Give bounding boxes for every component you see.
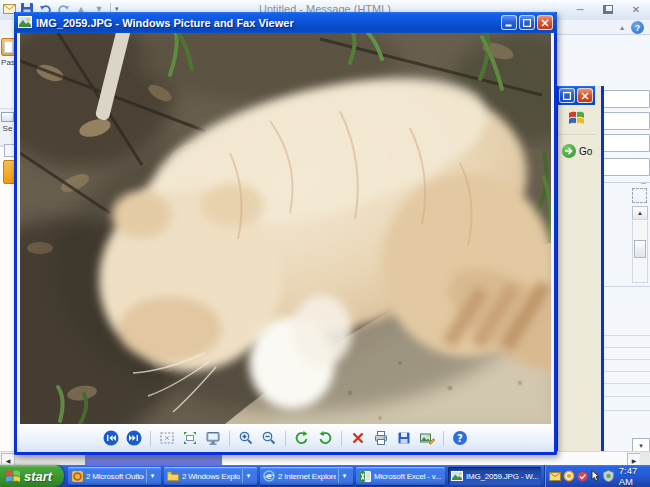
svg-text:?: ? — [457, 433, 463, 444]
taskbar-button-label: 2 Microsoft Outlook — [86, 472, 144, 481]
viewer-window-title: IMG_2059.JPG - Windows Picture and Fax V… — [36, 17, 501, 29]
help-button[interactable]: ? — [451, 429, 469, 447]
system-tray: 7:47 AM — [544, 465, 650, 487]
toolbar-separator — [285, 431, 286, 446]
send-icon — [1, 112, 14, 122]
divider — [598, 286, 650, 287]
start-label: start — [24, 469, 52, 484]
rotate-clockwise-button[interactable] — [293, 429, 311, 447]
go-button[interactable]: Go — [562, 144, 592, 158]
taskbar-button-explorer-group[interactable]: 2 Windows Explorer ▾ — [164, 467, 257, 485]
taskbar-button-ie-group[interactable]: e 2 Internet Explorer ▾ — [260, 467, 353, 485]
actual-size-button[interactable] — [181, 429, 199, 447]
print-button[interactable] — [372, 429, 390, 447]
taskbar-button-outlook-group[interactable]: 2 Microsoft Outlook ▾ — [68, 467, 161, 485]
list-row — [598, 360, 650, 370]
toolbar-separator — [443, 431, 444, 446]
row-divider — [598, 335, 650, 336]
toolbar-separator — [150, 431, 151, 446]
outlook-reminder-icon[interactable] — [563, 470, 575, 482]
pointer-device-icon[interactable] — [590, 470, 601, 482]
help-icon[interactable]: ? — [631, 21, 644, 34]
clock: 7:47 AM — [619, 465, 650, 487]
viewer-toolbar: ? — [17, 424, 554, 452]
folder-icon — [167, 470, 179, 482]
collapse-ribbon-icon[interactable]: ▴ — [620, 23, 624, 32]
go-label: Go — [579, 146, 592, 157]
row-divider — [598, 383, 650, 384]
row-divider — [598, 410, 650, 411]
group-expand-arrow[interactable]: ▾ — [242, 469, 254, 483]
scroll-up-button[interactable]: ▲ — [632, 206, 648, 220]
desktop: ▲ ▼ ▾ Untitled - Message (HTML) ─ ✕ ▴ ? … — [0, 0, 650, 487]
new-mail-icon[interactable] — [549, 470, 561, 482]
taskbar-button-excel[interactable]: Microsoft Excel - v... — [356, 467, 445, 485]
next-image-button[interactable] — [125, 429, 143, 447]
image-viewer-icon — [451, 470, 463, 482]
send-label: Se — [0, 124, 15, 133]
antivirus-icon[interactable] — [577, 470, 588, 482]
copy-to-button[interactable] — [395, 429, 413, 447]
rotate-counterclockwise-button[interactable] — [316, 429, 334, 447]
row-divider — [598, 371, 650, 372]
viewer-window-controls — [501, 15, 553, 30]
group-expand-arrow[interactable]: ▾ — [338, 469, 350, 483]
windows-flag-icon — [568, 110, 585, 129]
zoom-in-button[interactable] — [237, 429, 255, 447]
vertical-scrollbar[interactable] — [632, 219, 648, 283]
svg-text:e: e — [266, 472, 272, 481]
taskbar: start 2 Microsoft Outlook ▾ 2 Windows Ex… — [0, 465, 650, 487]
outlook-icon — [71, 470, 83, 482]
message-header-field[interactable] — [600, 112, 650, 130]
minimize-button[interactable]: ─ — [570, 2, 590, 16]
list-row — [598, 384, 650, 394]
close-button[interactable]: ✕ — [626, 2, 646, 16]
zoom-out-button[interactable] — [260, 429, 278, 447]
taskbar-button-label: 2 Windows Explorer — [182, 472, 240, 481]
internet-explorer-icon: e — [263, 470, 275, 482]
restore-icon — [603, 5, 613, 14]
viewer-app-icon — [18, 14, 32, 32]
edit-image-button[interactable] — [418, 429, 436, 447]
close-button[interactable] — [577, 88, 593, 103]
best-fit-button[interactable] — [158, 429, 176, 447]
row-divider — [598, 359, 650, 360]
delete-button[interactable] — [349, 429, 367, 447]
restore-button[interactable] — [598, 2, 618, 16]
vertical-scroll-thumb[interactable] — [634, 240, 646, 258]
pane-minimize-icon[interactable]: ─ — [641, 180, 646, 187]
message-body-sliver — [0, 146, 15, 487]
group-expand-arrow[interactable]: ▾ — [146, 469, 158, 483]
toolbar-divider — [558, 134, 595, 135]
row-divider — [598, 347, 650, 348]
taskbar-button-label: IMG_2059.JPG - W... — [466, 472, 538, 481]
slideshow-button[interactable] — [204, 429, 222, 447]
maximize-button[interactable] — [519, 15, 535, 30]
taskbar-button-label: Microsoft Excel - v... — [374, 472, 442, 481]
outlook-window-controls: ─ ✕ — [570, 2, 646, 16]
ribbon-corner-buttons: ▴ ? — [620, 21, 644, 34]
explorer-window-partial: Go — [555, 86, 604, 459]
toolbar-separator — [341, 431, 342, 446]
message-header-field[interactable] — [600, 158, 650, 176]
excel-icon — [359, 470, 371, 482]
close-button[interactable] — [537, 15, 553, 30]
security-update-icon[interactable] — [603, 470, 614, 482]
viewer-titlebar: IMG_2059.JPG - Windows Picture and Fax V… — [14, 12, 557, 33]
minimize-button[interactable] — [501, 15, 517, 30]
paste-label: Pas — [1, 58, 15, 67]
message-header-sliver: ─ ▲ ▾ ▶ — [598, 86, 650, 456]
explorer-titlebar — [558, 86, 595, 105]
message-header-field[interactable] — [600, 90, 650, 108]
previous-image-button[interactable] — [102, 429, 120, 447]
maximize-button[interactable] — [559, 88, 575, 103]
go-arrow-icon — [562, 144, 576, 158]
start-button[interactable]: start — [0, 465, 64, 487]
scroll-corner — [640, 452, 650, 466]
paste-button[interactable]: Pas — [1, 38, 15, 90]
message-header-field[interactable] — [600, 134, 650, 152]
taskbar-button-image-viewer[interactable]: IMG_2059.JPG - W... — [448, 467, 541, 485]
people-pane-icon[interactable] — [632, 188, 647, 203]
row-divider — [598, 396, 650, 397]
taskbar-button-label: 2 Internet Explorer — [278, 472, 336, 481]
